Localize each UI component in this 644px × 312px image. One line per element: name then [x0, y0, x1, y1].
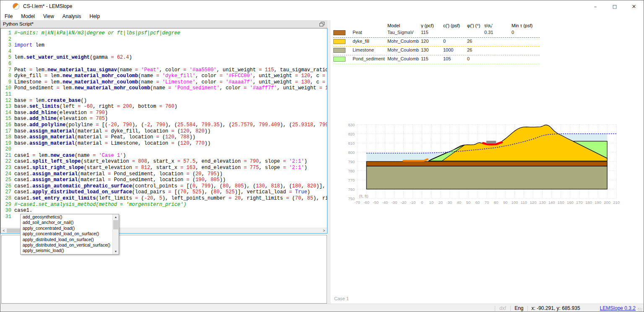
scroll-up-arrow-icon[interactable]: ▲ — [113, 214, 119, 220]
code-line[interactable]: 13base.set_limits(left = -60, right = 20… — [1, 104, 327, 110]
autocomplete-item[interactable]: apply_concentrated_load_on_surface() — [21, 231, 112, 237]
menu-bar: FileModelViewAnalysisHelp — [0, 12, 644, 20]
close-button[interactable]: ✕ — [624, 0, 644, 12]
menu-item-model[interactable]: Model — [17, 13, 39, 19]
code-line[interactable]: 24case1.assign_material(material = Pond_… — [1, 171, 327, 177]
autocomplete-item[interactable]: apply_distributed_load_on_vertical_surfa… — [21, 242, 112, 248]
column-header: τ/σᵥ' — [484, 23, 493, 28]
autocomplete-item[interactable]: apply_concentrated_load() — [21, 226, 112, 231]
materials-table: Modelγ (pcf)c(') (psf)φ(') (°)τ/σᵥ'Min τ… — [333, 22, 540, 64]
menu-item-view[interactable]: View — [39, 13, 58, 19]
material-row-peat: PeatTau_SigmaV1150.310 — [333, 29, 540, 38]
x-tick-label: 90 — [503, 200, 508, 205]
scroll-down-arrow-icon[interactable]: ▼ — [113, 249, 119, 254]
code-line[interactable]: 28case1.set_entry_exit_limits(left_limit… — [1, 195, 327, 202]
x-tick-label: 150 — [558, 200, 564, 205]
minimize-button[interactable]: – — [586, 0, 605, 12]
autocomplete-item[interactable]: add_soil_anchor_or_nail() — [21, 220, 112, 225]
line-number: 13 — [1, 104, 11, 110]
python-script-editor[interactable]: 1#~units: m|kN|kPa|kN/m3|degree or ft|lb… — [0, 28, 327, 234]
code-line[interactable]: 30case1. — [1, 208, 327, 214]
autocomplete-scroll-thumb[interactable] — [113, 220, 118, 229]
material-cell: 0 — [512, 30, 514, 35]
autocomplete-item[interactable]: apply_seismic_load() — [21, 248, 112, 253]
code-line[interactable]: 8dyke_fill = lem.new_material_mohr_coulo… — [1, 73, 327, 79]
code-line[interactable]: 16base.add_polyline(polyline = [(-20, 79… — [1, 122, 327, 128]
code-line[interactable]: 11 — [1, 91, 327, 98]
code-line[interactable]: 20 — [1, 146, 327, 153]
autocomplete-item[interactable]: add_geosynthetics() — [21, 214, 112, 220]
material-row-dyke_fill: dyke_fillMohr_Coulomb120026 — [333, 38, 540, 47]
y-tick-label: 820 — [348, 132, 355, 136]
code-line[interactable]: 14base.add_hline(elevation = 790) — [1, 110, 327, 116]
code-line[interactable]: 25case1.assign_material(material = Pond_… — [1, 177, 327, 183]
x-tick-label: 190 — [595, 200, 601, 205]
line-number: 3 — [1, 42, 11, 49]
x-tick-label: -50 — [373, 200, 379, 205]
line-number: 31 — [1, 214, 11, 220]
code-line[interactable]: 10Pond_sediment = lem.new_material_mohr_… — [1, 85, 327, 91]
code-line[interactable]: 6 — [1, 61, 327, 67]
column-header: Model — [387, 23, 400, 28]
line-number: 26 — [1, 183, 11, 190]
code-line[interactable]: 23case1.split_right_slope(start_elevatio… — [1, 165, 327, 171]
resize-grip[interactable] — [638, 308, 642, 312]
line-number: 2 — [1, 36, 11, 43]
line-number: 20 — [1, 146, 11, 153]
line-number: 5 — [1, 55, 11, 61]
x-tick-label: 200 — [604, 200, 610, 205]
code-line[interactable]: 27case1.apply_distributed_load_on_surfac… — [1, 189, 327, 195]
line-number: 22 — [1, 159, 11, 165]
code-line[interactable]: 17base.assign_material(material = dyke_f… — [1, 128, 327, 135]
cross-section-chart[interactable]: -70-60-50-40-30-20-100102030405060708090… — [330, 118, 644, 214]
code-line[interactable]: 29#~case1.set_analysis_method(method = '… — [1, 202, 327, 208]
scroll-left-arrow-icon[interactable]: < — [1, 228, 7, 233]
code-line[interactable]: 7Peat = lem.new_material_tau_sigmav(name… — [1, 67, 327, 73]
line-number: 28 — [1, 195, 11, 202]
code-line[interactable]: 4 — [1, 49, 327, 55]
x-tick-label: 120 — [530, 200, 537, 205]
code-line[interactable]: 21case1 = lem.new_case(name = 'Case 1') — [1, 153, 327, 159]
menu-item-help[interactable]: Help — [86, 13, 104, 19]
code-line[interactable]: 22case1.split_left_slope(start_elevation… — [1, 159, 327, 165]
line-number: 23 — [1, 165, 11, 171]
code-line[interactable]: 2 — [1, 36, 327, 43]
code-area[interactable]: 1#~units: m|kN|kPa|kN/m3|degree or ft|lb… — [1, 30, 327, 228]
material-cell: Peat — [353, 30, 362, 35]
x-tick-label: 50 — [466, 200, 471, 205]
material-cell: 105 — [443, 56, 451, 61]
code-line[interactable]: 26case1.assign_automatic_phreatic_surfac… — [1, 183, 327, 190]
x-tick-label: 100 — [511, 200, 518, 205]
title-bar: CS-I.lem* - LEMSlope – ◻ ✕ — [0, 0, 644, 12]
code-line[interactable]: 5lem.set_water_unit_weight(gamma = 62.4) — [1, 55, 327, 61]
column-header: Min τ (psf) — [512, 23, 532, 28]
code-line[interactable]: 3import lem — [1, 42, 327, 49]
material-cell: 0 — [467, 56, 470, 61]
scroll-right-arrow-icon[interactable]: > — [321, 228, 327, 233]
menu-item-analysis[interactable]: Analysis — [58, 13, 86, 19]
column-header: φ(') (°) — [467, 23, 480, 28]
x-tick-label: 170 — [576, 200, 583, 205]
line-number: 18 — [1, 134, 11, 140]
maximize-button[interactable]: ◻ — [605, 0, 624, 12]
materials-table-header: Modelγ (pcf)c(') (psf)φ(') (°)τ/σᵥ'Min τ… — [333, 22, 540, 29]
code-line[interactable]: 15base.add_hline(elevation = 785) — [1, 116, 327, 122]
float-panel-button[interactable] — [319, 22, 325, 26]
line-number: 15 — [1, 116, 11, 122]
code-line[interactable]: 1#~units: m|kN|kPa|kN/m3|degree or ft|lb… — [1, 30, 327, 36]
code-line[interactable]: 12base = lem.create_base() — [1, 98, 327, 104]
line-number: 8 — [1, 73, 11, 79]
case-label: Case 1 — [334, 296, 349, 301]
autocomplete-item[interactable]: apply_distributed_load_on_surface() — [21, 237, 112, 242]
code-line[interactable]: 9Limestone = lem.new_material_mohr_coulo… — [1, 79, 327, 86]
autocomplete-scrollbar[interactable]: ▲ ▼ — [112, 214, 119, 254]
material-color-swatch — [333, 39, 345, 44]
code-line[interactable]: 19base.assign_material(material = Limest… — [1, 140, 327, 147]
line-number: 11 — [1, 91, 11, 98]
code-line[interactable]: 18base.assign_material(material = Peat, … — [1, 134, 327, 140]
menu-item-file[interactable]: File — [0, 13, 17, 19]
version-link[interactable]: LEMSlope 0.3.2 — [600, 305, 638, 311]
autocomplete-list: add_geosynthetics()add_soil_anchor_or_na… — [21, 214, 112, 254]
material-cell: 0.31 — [484, 30, 493, 35]
limestone-layer — [366, 166, 607, 189]
